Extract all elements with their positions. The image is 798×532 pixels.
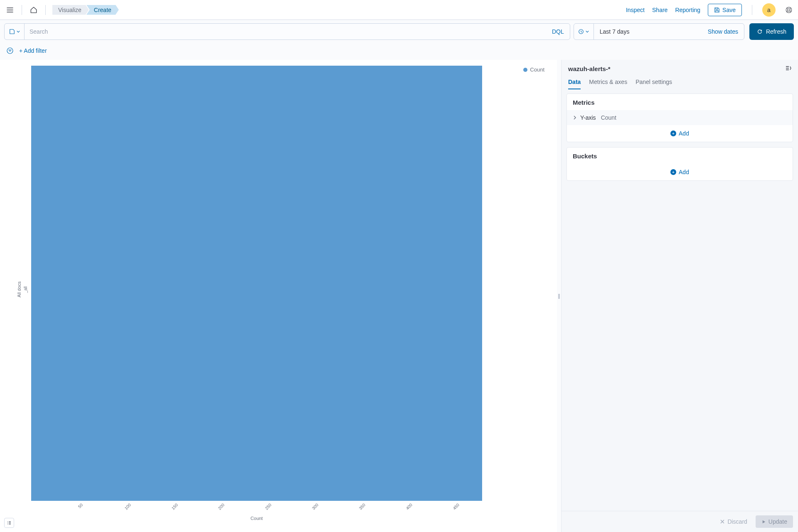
x-tick: 250 [264, 502, 273, 511]
refresh-icon [757, 29, 763, 34]
close-icon [720, 519, 725, 524]
x-axis: 50 100 150 200 250 300 350 400 450 Count [31, 501, 482, 513]
time-picker: Last 7 days Show dates [574, 23, 744, 40]
metric-axis-label: Y-axis [580, 114, 596, 121]
show-dates-button[interactable]: Show dates [702, 24, 744, 39]
legend-dot-icon [523, 68, 527, 72]
collapse-icon [785, 65, 791, 71]
sidebar-collapse-button[interactable] [785, 65, 791, 73]
x-tick: 400 [405, 502, 413, 511]
legend-position-button[interactable] [4, 518, 14, 528]
panel-resize-handle[interactable]: ‖ [557, 60, 561, 532]
breadcrumb-create[interactable]: Create [86, 5, 119, 15]
y-tick: _all [23, 286, 28, 293]
list-icon [7, 520, 12, 525]
filter-options-button[interactable] [5, 46, 15, 56]
app-header: Visualize Create Inspect Share Reporting… [0, 0, 798, 20]
lifebuoy-icon [785, 6, 793, 14]
time-range-display[interactable]: Last 7 days [594, 24, 702, 39]
index-pattern-title[interactable]: wazuh-alerts-* [568, 65, 611, 72]
time-quick-button[interactable] [574, 24, 594, 39]
save-icon [714, 7, 720, 13]
tab-panel-settings[interactable]: Panel settings [635, 76, 672, 89]
refresh-label: Refresh [766, 28, 786, 35]
share-link[interactable]: Share [652, 7, 667, 13]
sidebar-tabs: Data Metrics & axes Panel settings [562, 76, 798, 89]
buckets-title: Buckets [567, 148, 793, 164]
calendar-icon [578, 29, 584, 34]
reporting-link[interactable]: Reporting [675, 7, 700, 13]
metric-agg-label: Count [601, 114, 616, 121]
menu-toggle-button[interactable] [3, 3, 17, 17]
buckets-card: Buckets + Add [566, 147, 793, 181]
save-button[interactable]: Save [708, 4, 742, 16]
discard-button[interactable]: Discard [716, 515, 751, 528]
x-tick: 150 [170, 502, 179, 511]
home-icon [30, 6, 38, 14]
visualization-area: Count All docs _all 50 100 150 200 250 3… [0, 60, 557, 532]
saved-query-button[interactable] [5, 24, 25, 39]
divider [22, 5, 22, 15]
inspect-link[interactable]: Inspect [626, 7, 645, 13]
add-bucket-button[interactable]: + Add [567, 164, 793, 180]
save-label: Save [722, 7, 736, 13]
update-button[interactable]: Update [756, 515, 793, 528]
plus-circle-icon: + [670, 131, 676, 136]
y-axis-label: All docs [17, 281, 22, 298]
x-tick: 200 [217, 502, 226, 511]
tab-data[interactable]: Data [568, 76, 581, 89]
divider [45, 5, 46, 15]
svg-point-1 [788, 9, 790, 11]
x-axis-label: Count [251, 516, 263, 521]
metrics-card: Metrics Y-axis Count + Add [566, 94, 793, 142]
dql-toggle[interactable]: DQL [546, 24, 570, 39]
chart: All docs _all 50 100 150 200 250 300 350… [17, 66, 482, 513]
help-button[interactable] [783, 4, 795, 16]
tab-metrics-axes[interactable]: Metrics & axes [589, 76, 627, 89]
update-label: Update [768, 518, 787, 525]
breadcrumb: Visualize Create [52, 5, 119, 15]
discard-label: Discard [727, 518, 747, 525]
x-tick: 350 [358, 502, 366, 511]
x-tick: 50 [77, 502, 84, 509]
disk-icon [9, 29, 15, 34]
filter-icon [7, 47, 13, 54]
chart-legend[interactable]: Count [523, 66, 544, 73]
user-avatar[interactable]: a [762, 3, 776, 17]
sidebar-footer: Discard Update [562, 511, 798, 532]
divider [752, 5, 752, 15]
refresh-button[interactable]: Refresh [749, 23, 794, 40]
add-bucket-label: Add [679, 169, 689, 175]
breadcrumb-visualize[interactable]: Visualize [52, 5, 89, 15]
add-filter-button[interactable]: + Add filter [19, 47, 47, 54]
query-bar: DQL Last 7 days Show dates Refresh [0, 20, 798, 43]
x-tick: 300 [311, 502, 320, 511]
plus-circle-icon: + [670, 169, 676, 175]
x-tick: 450 [452, 502, 460, 511]
search-container: DQL [4, 23, 570, 40]
main-area: Count All docs _all 50 100 150 200 250 3… [0, 60, 798, 532]
add-metric-button[interactable]: + Add [567, 125, 793, 142]
home-button[interactable] [27, 3, 40, 17]
config-sidebar: wazuh-alerts-* Data Metrics & axes Panel… [561, 60, 798, 532]
play-icon [761, 520, 766, 524]
bar-series [31, 66, 482, 501]
chevron-right-icon [573, 114, 577, 121]
hamburger-icon [7, 7, 13, 13]
legend-series-label: Count [530, 66, 544, 73]
chevron-down-icon [17, 30, 20, 33]
x-tick: 100 [123, 502, 132, 511]
metrics-title: Metrics [567, 94, 793, 110]
filter-bar: + Add filter [0, 43, 798, 60]
metric-item-yaxis[interactable]: Y-axis Count [567, 110, 793, 125]
search-input[interactable] [25, 24, 546, 39]
chevron-down-icon [586, 30, 589, 33]
add-metric-label: Add [679, 130, 689, 137]
